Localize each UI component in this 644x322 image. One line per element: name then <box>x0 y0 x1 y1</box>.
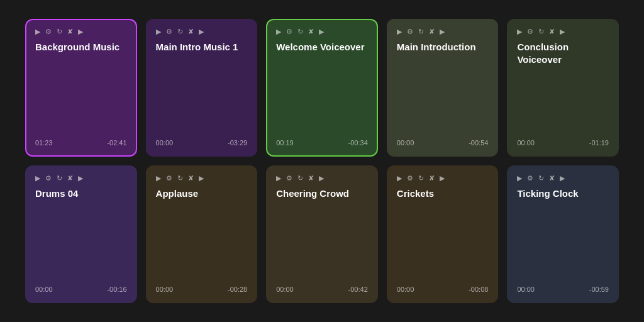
card-times-main-intro-music: 00:00 -03:29 <box>156 139 248 147</box>
card-times-background-music: 01:23 -02:41 <box>35 139 127 147</box>
scissors-icon[interactable]: ✘ <box>429 174 435 182</box>
card-title-applause: Applause <box>156 187 248 200</box>
card-title-welcome-voiceover: Welcome Voiceover <box>276 41 368 53</box>
play-icon[interactable]: ▶ <box>397 174 402 182</box>
scissors-icon[interactable]: ✘ <box>67 28 73 36</box>
card-times-crickets: 00:00 -00:08 <box>397 286 489 293</box>
card-icons-main-intro-music: ▶ ⚙ ↻ ✘ ▶ <box>156 28 248 36</box>
time-end-applause: -00:28 <box>228 286 247 293</box>
card-applause[interactable]: ▶ ⚙ ↻ ✘ ▶ Applause 00:00 -00:28 <box>146 165 258 303</box>
loop-icon[interactable]: ↻ <box>57 28 62 36</box>
card-icons-conclusion-voiceover: ▶ ⚙ ↻ ✘ ▶ <box>517 28 609 36</box>
time-start-main-introduction: 00:00 <box>397 139 414 147</box>
scissors-icon[interactable]: ✘ <box>188 28 194 36</box>
time-start-drums-04: 00:00 <box>35 286 53 293</box>
card-icons-background-music: ▶ ⚙ ↻ ✘ ▶ <box>35 28 127 36</box>
loop-icon[interactable]: ↻ <box>297 28 303 36</box>
card-background-music[interactable]: ▶ ⚙ ↻ ✘ ▶ Background Music 01:23 -02:41 <box>25 19 137 157</box>
arrow-icon[interactable]: ▶ <box>560 28 565 36</box>
headphone-icon[interactable]: ⚙ <box>45 28 52 36</box>
arrow-icon[interactable]: ▶ <box>78 174 83 182</box>
play-icon[interactable]: ▶ <box>156 174 161 182</box>
time-end-ticking-clock: -00:59 <box>589 286 609 293</box>
card-cheering-crowd[interactable]: ▶ ⚙ ↻ ✘ ▶ Cheering Crowd 00:00 -00:42 <box>266 165 378 303</box>
loop-icon[interactable]: ↻ <box>538 174 544 182</box>
arrow-icon[interactable]: ▶ <box>319 28 324 36</box>
audio-grid: ▶ ⚙ ↻ ✘ ▶ Background Music 01:23 -02:41 … <box>0 0 644 322</box>
play-icon[interactable]: ▶ <box>156 28 161 36</box>
loop-icon[interactable]: ↻ <box>297 174 303 182</box>
card-icons-drums-04: ▶ ⚙ ↻ ✘ ▶ <box>35 174 127 182</box>
card-title-drums-04: Drums 04 <box>35 187 127 200</box>
time-end-main-introduction: -00:54 <box>469 139 488 147</box>
card-times-conclusion-voiceover: 00:00 -01:19 <box>517 139 609 147</box>
loop-icon[interactable]: ↻ <box>418 28 424 36</box>
time-start-conclusion-voiceover: 00:00 <box>517 139 535 147</box>
headphone-icon[interactable]: ⚙ <box>407 28 413 36</box>
loop-icon[interactable]: ↻ <box>418 174 424 182</box>
time-start-ticking-clock: 00:00 <box>517 286 535 293</box>
card-title-cheering-crowd: Cheering Crowd <box>276 187 368 200</box>
loop-icon[interactable]: ↻ <box>57 174 62 182</box>
headphone-icon[interactable]: ⚙ <box>286 174 292 182</box>
scissors-icon[interactable]: ✘ <box>549 174 555 182</box>
arrow-icon[interactable]: ▶ <box>78 28 83 36</box>
play-icon[interactable]: ▶ <box>517 28 522 36</box>
scissors-icon[interactable]: ✘ <box>188 174 194 182</box>
headphone-icon[interactable]: ⚙ <box>166 28 172 36</box>
loop-icon[interactable]: ↻ <box>177 174 183 182</box>
loop-icon[interactable]: ↻ <box>177 28 183 36</box>
scissors-icon[interactable]: ✘ <box>67 174 73 182</box>
headphone-icon[interactable]: ⚙ <box>286 28 292 36</box>
card-welcome-voiceover[interactable]: ▶ ⚙ ↻ ✘ ▶ Welcome Voiceover 00:19 -00:34 <box>266 19 378 157</box>
play-icon[interactable]: ▶ <box>397 28 402 36</box>
card-title-ticking-clock: Ticking Clock <box>517 187 609 200</box>
arrow-icon[interactable]: ▶ <box>199 174 204 182</box>
play-icon[interactable]: ▶ <box>35 174 40 182</box>
time-start-background-music: 01:23 <box>35 139 53 147</box>
scissors-icon[interactable]: ✘ <box>308 28 314 36</box>
card-times-welcome-voiceover: 00:19 -00:34 <box>276 139 368 147</box>
card-icons-cheering-crowd: ▶ ⚙ ↻ ✘ ▶ <box>276 174 368 182</box>
loop-icon[interactable]: ↻ <box>538 28 544 36</box>
card-crickets[interactable]: ▶ ⚙ ↻ ✘ ▶ Crickets 00:00 -00:08 <box>387 165 499 303</box>
card-times-ticking-clock: 00:00 -00:59 <box>517 286 609 293</box>
card-times-drums-04: 00:00 -00:16 <box>35 286 127 293</box>
time-start-cheering-crowd: 00:00 <box>276 286 294 293</box>
play-icon[interactable]: ▶ <box>35 28 40 36</box>
card-conclusion-voiceover[interactable]: ▶ ⚙ ↻ ✘ ▶ Conclusion Voiceover 00:00 -01… <box>507 19 619 157</box>
arrow-icon[interactable]: ▶ <box>440 28 445 36</box>
headphone-icon[interactable]: ⚙ <box>527 28 533 36</box>
headphone-icon[interactable]: ⚙ <box>45 174 52 182</box>
arrow-icon[interactable]: ▶ <box>199 28 204 36</box>
play-icon[interactable]: ▶ <box>276 28 281 36</box>
card-ticking-clock[interactable]: ▶ ⚙ ↻ ✘ ▶ Ticking Clock 00:00 -00:59 <box>507 165 619 303</box>
card-title-main-introduction: Main Introduction <box>397 41 489 53</box>
headphone-icon[interactable]: ⚙ <box>166 174 172 182</box>
card-main-introduction[interactable]: ▶ ⚙ ↻ ✘ ▶ Main Introduction 00:00 -00:54 <box>387 19 499 157</box>
headphone-icon[interactable]: ⚙ <box>527 174 533 182</box>
time-start-welcome-voiceover: 00:19 <box>276 139 294 147</box>
card-icons-ticking-clock: ▶ ⚙ ↻ ✘ ▶ <box>517 174 609 182</box>
time-end-background-music: -02:41 <box>107 139 126 147</box>
card-times-main-introduction: 00:00 -00:54 <box>397 139 489 147</box>
card-times-cheering-crowd: 00:00 -00:42 <box>276 286 368 293</box>
play-icon[interactable]: ▶ <box>276 174 281 182</box>
scissors-icon[interactable]: ✘ <box>429 28 435 36</box>
arrow-icon[interactable]: ▶ <box>560 174 565 182</box>
card-drums-04[interactable]: ▶ ⚙ ↻ ✘ ▶ Drums 04 00:00 -00:16 <box>25 165 137 303</box>
card-icons-main-introduction: ▶ ⚙ ↻ ✘ ▶ <box>397 28 489 36</box>
arrow-icon[interactable]: ▶ <box>440 174 445 182</box>
play-icon[interactable]: ▶ <box>517 174 522 182</box>
time-start-applause: 00:00 <box>156 286 174 293</box>
card-icons-welcome-voiceover: ▶ ⚙ ↻ ✘ ▶ <box>276 28 368 36</box>
headphone-icon[interactable]: ⚙ <box>407 174 413 182</box>
arrow-icon[interactable]: ▶ <box>319 174 324 182</box>
scissors-icon[interactable]: ✘ <box>308 174 314 182</box>
card-icons-applause: ▶ ⚙ ↻ ✘ ▶ <box>156 174 248 182</box>
card-main-intro-music[interactable]: ▶ ⚙ ↻ ✘ ▶ Main Intro Music 1 00:00 -03:2… <box>146 19 258 157</box>
scissors-icon[interactable]: ✘ <box>549 28 555 36</box>
card-title-crickets: Crickets <box>397 187 489 200</box>
card-title-conclusion-voiceover: Conclusion Voiceover <box>517 41 609 65</box>
time-start-crickets: 00:00 <box>397 286 414 293</box>
